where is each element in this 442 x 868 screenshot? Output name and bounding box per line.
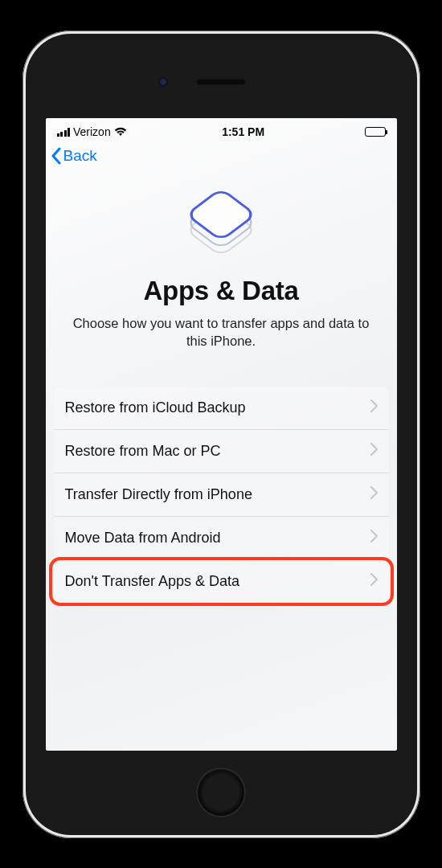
phone-bezel: Verizon 1:51 PM xyxy=(26,34,417,835)
chevron-left-icon xyxy=(51,147,62,165)
back-button[interactable]: Back xyxy=(46,141,104,168)
wifi-icon xyxy=(114,127,127,137)
options-list: Restore from iCloud Backup Restore from … xyxy=(54,387,389,603)
status-right xyxy=(360,127,386,137)
front-camera xyxy=(158,77,168,87)
status-left: Verizon xyxy=(57,125,127,138)
option-dont-transfer[interactable]: Don't Transfer Apps & Data xyxy=(54,560,389,603)
option-restore-mac-pc[interactable]: Restore from Mac or PC xyxy=(54,430,389,473)
option-label: Transfer Directly from iPhone xyxy=(65,486,252,503)
chevron-right-icon xyxy=(370,399,378,416)
option-restore-icloud[interactable]: Restore from iCloud Backup xyxy=(54,387,389,430)
apps-data-icon xyxy=(185,186,257,258)
chevron-right-icon xyxy=(370,443,378,460)
clock: 1:51 PM xyxy=(222,125,264,138)
option-move-android[interactable]: Move Data from Android xyxy=(54,517,389,560)
page-title: Apps & Data xyxy=(46,276,397,306)
chevron-right-icon xyxy=(370,573,378,590)
cellular-signal-icon xyxy=(57,127,71,137)
back-label: Back xyxy=(63,147,97,165)
earpiece-speaker xyxy=(196,79,246,85)
chevron-right-icon xyxy=(370,486,378,503)
carrier-label: Verizon xyxy=(73,125,111,138)
phone-frame: Verizon 1:51 PM xyxy=(23,31,420,838)
option-label: Restore from iCloud Backup xyxy=(65,399,246,416)
page-subtitle: Choose how you want to transfer apps and… xyxy=(46,306,397,350)
option-label: Restore from Mac or PC xyxy=(65,443,221,460)
battery-icon xyxy=(365,127,386,137)
status-bar: Verizon 1:51 PM xyxy=(46,118,397,141)
screen: Verizon 1:51 PM xyxy=(46,118,397,751)
home-button[interactable] xyxy=(196,768,246,817)
option-transfer-iphone[interactable]: Transfer Directly from iPhone xyxy=(54,473,389,517)
hero: Apps & Data Choose how you want to trans… xyxy=(46,168,397,350)
option-label: Don't Transfer Apps & Data xyxy=(65,573,240,590)
chevron-right-icon xyxy=(370,530,378,547)
option-label: Move Data from Android xyxy=(65,530,221,547)
